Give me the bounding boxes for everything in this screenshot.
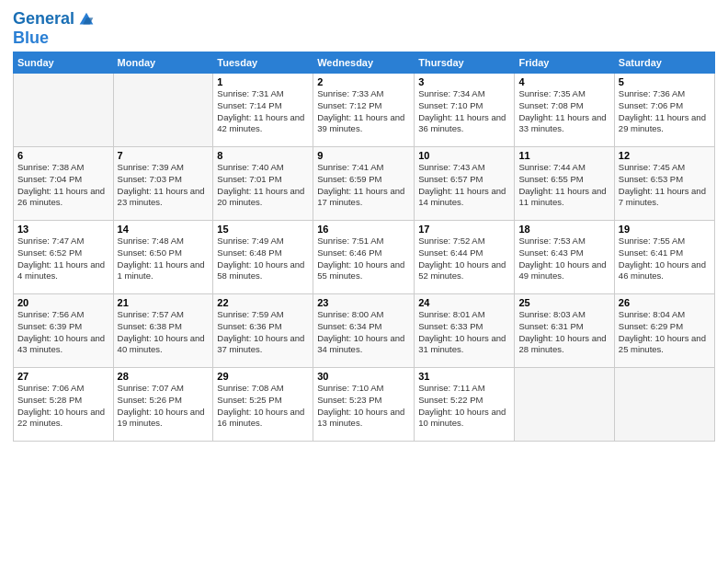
calendar-day-cell: 25Sunrise: 8:03 AMSunset: 6:31 PMDayligh… [515,294,614,368]
calendar-day-cell: 26Sunrise: 8:04 AMSunset: 6:29 PMDayligh… [614,294,714,368]
weekday-header: Wednesday [313,52,415,74]
calendar-day-cell: 23Sunrise: 8:00 AMSunset: 6:34 PMDayligh… [313,294,415,368]
day-number: 20 [17,297,109,308]
calendar-day-cell: 2Sunrise: 7:33 AMSunset: 7:12 PMDaylight… [313,74,415,147]
calendar-day-cell [515,368,614,442]
header: General Blue [13,9,715,46]
calendar-day-cell: 28Sunrise: 7:07 AMSunset: 5:26 PMDayligh… [113,368,213,442]
logo-general: General [13,9,74,28]
day-number: 11 [518,150,609,161]
day-number: 22 [217,297,309,308]
day-number: 18 [518,224,609,235]
logo-text: General [13,10,74,29]
day-info: Sunrise: 7:51 AMSunset: 6:46 PMDaylight:… [317,236,410,282]
day-info: Sunrise: 8:01 AMSunset: 6:33 PMDaylight:… [418,309,510,356]
calendar-day-cell: 3Sunrise: 7:34 AMSunset: 7:10 PMDaylight… [415,74,515,147]
day-number: 24 [418,297,510,308]
day-number: 6 [17,150,109,161]
calendar-day-cell [614,368,714,442]
calendar-day-cell: 18Sunrise: 7:53 AMSunset: 6:43 PMDayligh… [515,221,614,294]
weekday-header: Thursday [415,52,515,74]
logo-icon [76,9,97,29]
day-number: 27 [17,371,109,382]
day-number: 14 [118,224,210,235]
calendar-day-cell: 16Sunrise: 7:51 AMSunset: 6:46 PMDayligh… [313,221,415,294]
day-info: Sunrise: 7:53 AMSunset: 6:43 PMDaylight:… [518,236,609,282]
day-info: Sunrise: 7:31 AMSunset: 7:14 PMDaylight:… [217,88,309,135]
day-info: Sunrise: 7:48 AMSunset: 6:50 PMDaylight:… [118,236,210,282]
weekday-header: Monday [113,52,213,74]
day-number: 30 [317,371,410,382]
day-number: 2 [317,76,410,87]
calendar-day-cell [14,74,114,147]
day-number: 31 [418,371,510,382]
day-number: 8 [217,150,309,161]
calendar-day-cell: 5Sunrise: 7:36 AMSunset: 7:06 PMDaylight… [614,74,714,147]
day-number: 3 [418,76,510,87]
day-number: 15 [217,224,309,235]
day-info: Sunrise: 7:08 AMSunset: 5:25 PMDaylight:… [217,383,309,430]
day-info: Sunrise: 7:56 AMSunset: 6:39 PMDaylight:… [17,309,109,356]
day-info: Sunrise: 7:43 AMSunset: 6:57 PMDaylight:… [418,162,510,209]
calendar-day-cell: 31Sunrise: 7:11 AMSunset: 5:22 PMDayligh… [415,368,515,442]
day-number: 17 [418,224,510,235]
calendar-week-row: 20Sunrise: 7:56 AMSunset: 6:39 PMDayligh… [14,294,715,368]
calendar-week-row: 13Sunrise: 7:47 AMSunset: 6:52 PMDayligh… [14,221,715,294]
day-info: Sunrise: 8:03 AMSunset: 6:31 PMDaylight:… [518,309,609,356]
calendar-day-cell: 21Sunrise: 7:57 AMSunset: 6:38 PMDayligh… [113,294,213,368]
calendar-day-cell: 30Sunrise: 7:10 AMSunset: 5:23 PMDayligh… [313,368,415,442]
calendar-day-cell: 4Sunrise: 7:35 AMSunset: 7:08 PMDaylight… [515,74,614,147]
day-number: 1 [217,76,309,87]
calendar-day-cell: 1Sunrise: 7:31 AMSunset: 7:14 PMDaylight… [213,74,313,147]
calendar-day-cell: 9Sunrise: 7:41 AMSunset: 6:59 PMDaylight… [313,147,415,221]
day-number: 28 [118,371,210,382]
day-info: Sunrise: 7:52 AMSunset: 6:44 PMDaylight:… [418,236,510,282]
day-info: Sunrise: 7:39 AMSunset: 7:03 PMDaylight:… [118,162,210,209]
logo-blue: Blue [13,29,97,46]
calendar-day-cell: 10Sunrise: 7:43 AMSunset: 6:57 PMDayligh… [415,147,515,221]
day-info: Sunrise: 7:10 AMSunset: 5:23 PMDaylight:… [317,383,410,430]
weekday-header: Tuesday [213,52,313,74]
day-info: Sunrise: 7:07 AMSunset: 5:26 PMDaylight:… [118,383,210,430]
calendar-day-cell: 12Sunrise: 7:45 AMSunset: 6:53 PMDayligh… [614,147,714,221]
day-number: 16 [317,224,410,235]
day-info: Sunrise: 7:40 AMSunset: 7:01 PMDaylight:… [217,162,309,209]
calendar-day-cell: 8Sunrise: 7:40 AMSunset: 7:01 PMDaylight… [213,147,313,221]
calendar-day-cell: 22Sunrise: 7:59 AMSunset: 6:36 PMDayligh… [213,294,313,368]
day-number: 4 [518,76,609,87]
calendar-day-cell: 24Sunrise: 8:01 AMSunset: 6:33 PMDayligh… [415,294,515,368]
day-info: Sunrise: 7:36 AMSunset: 7:06 PMDaylight:… [619,88,711,135]
calendar-day-cell: 15Sunrise: 7:49 AMSunset: 6:48 PMDayligh… [213,221,313,294]
day-info: Sunrise: 7:57 AMSunset: 6:38 PMDaylight:… [118,309,210,356]
day-info: Sunrise: 7:55 AMSunset: 6:41 PMDaylight:… [619,236,711,282]
day-number: 12 [619,150,711,161]
day-number: 5 [619,76,711,87]
day-number: 26 [619,297,711,308]
calendar-day-cell: 14Sunrise: 7:48 AMSunset: 6:50 PMDayligh… [113,221,213,294]
day-info: Sunrise: 7:35 AMSunset: 7:08 PMDaylight:… [518,88,609,135]
calendar-week-row: 6Sunrise: 7:38 AMSunset: 7:04 PMDaylight… [14,147,715,221]
day-info: Sunrise: 8:00 AMSunset: 6:34 PMDaylight:… [317,309,410,356]
day-number: 10 [418,150,510,161]
calendar-day-cell: 13Sunrise: 7:47 AMSunset: 6:52 PMDayligh… [14,221,114,294]
calendar-day-cell: 11Sunrise: 7:44 AMSunset: 6:55 PMDayligh… [515,147,614,221]
day-info: Sunrise: 7:06 AMSunset: 5:28 PMDaylight:… [17,383,109,430]
day-info: Sunrise: 7:41 AMSunset: 6:59 PMDaylight:… [317,162,410,209]
weekday-header: Saturday [614,52,714,74]
day-info: Sunrise: 8:04 AMSunset: 6:29 PMDaylight:… [619,309,711,356]
calendar-week-row: 1Sunrise: 7:31 AMSunset: 7:14 PMDaylight… [14,74,715,147]
calendar-day-cell: 19Sunrise: 7:55 AMSunset: 6:41 PMDayligh… [614,221,714,294]
day-number: 9 [317,150,410,161]
day-info: Sunrise: 7:44 AMSunset: 6:55 PMDaylight:… [518,162,609,209]
day-info: Sunrise: 7:33 AMSunset: 7:12 PMDaylight:… [317,88,410,135]
calendar-day-cell: 17Sunrise: 7:52 AMSunset: 6:44 PMDayligh… [415,221,515,294]
day-number: 13 [17,224,109,235]
day-number: 23 [317,297,410,308]
logo: General Blue [13,9,97,46]
day-number: 7 [118,150,210,161]
calendar-day-cell: 27Sunrise: 7:06 AMSunset: 5:28 PMDayligh… [14,368,114,442]
calendar-day-cell: 20Sunrise: 7:56 AMSunset: 6:39 PMDayligh… [14,294,114,368]
day-info: Sunrise: 7:49 AMSunset: 6:48 PMDaylight:… [217,236,309,282]
page: General Blue SundayMondayTuesdayWednesda… [0,0,728,563]
day-info: Sunrise: 7:45 AMSunset: 6:53 PMDaylight:… [619,162,711,209]
